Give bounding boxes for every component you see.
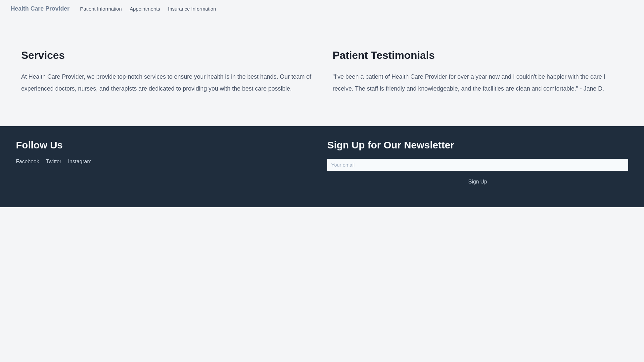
testimonials-body: "I've been a patient of Health Care Prov… [333, 71, 623, 95]
services-body: At Health Care Provider, we provide top-… [21, 71, 311, 95]
newsletter-heading: Sign Up for Our Newsletter [327, 140, 628, 151]
social-links: Facebook Twitter Instagram [16, 159, 317, 165]
nav-item-patient[interactable]: Patient Information [80, 6, 122, 12]
sign-up-button[interactable]: Sign Up [460, 176, 495, 187]
services-heading: Services [21, 49, 311, 61]
social-link-facebook[interactable]: Facebook [16, 159, 39, 164]
social-link-twitter[interactable]: Twitter [46, 159, 61, 164]
nav-link-insurance[interactable]: Insurance Information [168, 6, 216, 12]
testimonials-section: Patient Testimonials "I've been a patien… [322, 44, 633, 100]
testimonials-heading: Patient Testimonials [333, 49, 623, 61]
social-link-instagram[interactable]: Instagram [68, 159, 91, 164]
brand-logo: Health Care Provider [11, 5, 69, 12]
navbar: Health Care Provider Patient Information… [0, 0, 644, 18]
nav-link-patient[interactable]: Patient Information [80, 6, 122, 12]
newsletter-form: Sign Up [327, 159, 628, 187]
footer-newsletter: Sign Up for Our Newsletter Sign Up [322, 140, 633, 187]
follow-heading: Follow Us [16, 140, 317, 151]
social-item-instagram[interactable]: Instagram [68, 159, 91, 165]
nav-item-insurance[interactable]: Insurance Information [168, 6, 216, 12]
nav-link-appointments[interactable]: Appointments [130, 6, 160, 12]
email-field[interactable] [327, 159, 628, 171]
footer-follow: Follow Us Facebook Twitter Instagram [11, 140, 322, 187]
main-content: Services At Health Care Provider, we pro… [0, 18, 644, 126]
nav-item-appointments[interactable]: Appointments [130, 6, 160, 12]
nav-links: Patient Information Appointments Insuran… [80, 6, 216, 12]
social-item-facebook[interactable]: Facebook [16, 159, 39, 165]
services-section: Services At Health Care Provider, we pro… [11, 44, 322, 100]
footer: Follow Us Facebook Twitter Instagram Sig… [0, 126, 644, 207]
social-item-twitter[interactable]: Twitter [46, 159, 61, 165]
